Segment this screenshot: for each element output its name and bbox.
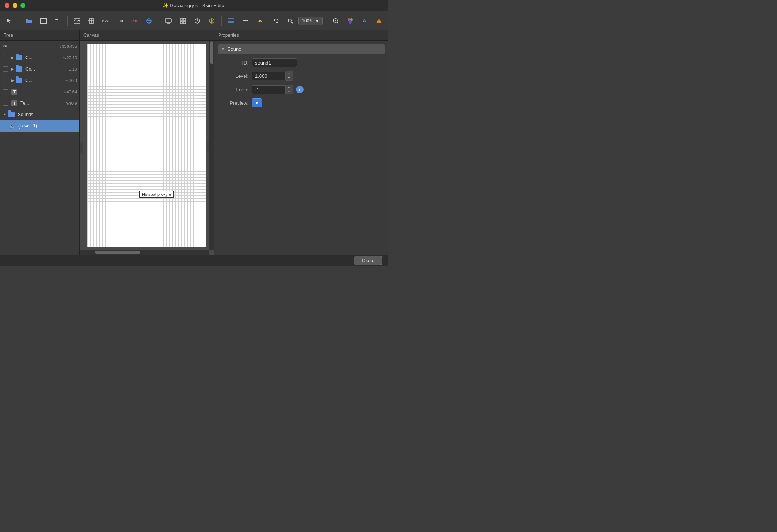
chevron-down-icon: ▼ <box>315 18 319 24</box>
tree-area[interactable]: 👁 ↘336,435 ▶ C... ↖20,10 ▶ Co... ↑0,10 <box>0 41 79 255</box>
tree-item-t1[interactable]: T T... ↘40,64 <box>0 86 79 98</box>
canvas-container[interactable]: Hotspot proxy e <box>80 41 214 255</box>
close-button[interactable]: Close <box>354 256 382 265</box>
loop-spin-buttons: ▲ ▼ <box>286 85 293 94</box>
statusbar: Close <box>0 255 388 266</box>
tree-item-coord-co1: ↑0,10 <box>67 67 79 71</box>
window-controls <box>5 3 25 8</box>
close-window-button[interactable] <box>5 3 9 8</box>
level-spinbox: ▲ ▼ <box>252 71 293 81</box>
tree-item-eye[interactable]: 👁 ↘336,435 <box>0 41 79 52</box>
expand-arrow-c2[interactable]: ▶ <box>11 79 14 82</box>
lottie-tool-button[interactable]: Lot <box>114 14 127 28</box>
loop-info-button[interactable]: i <box>296 86 304 93</box>
bitmap-tool-button[interactable] <box>71 14 83 28</box>
tree-item-c1[interactable]: ▶ C... ↖20,10 <box>0 52 79 63</box>
tree-item-checkbox-c1[interactable] <box>3 55 8 60</box>
loop-spin-up[interactable]: ▲ <box>286 85 293 90</box>
tree-item-coord-c1: ↖20,10 <box>63 55 79 60</box>
scrollbar-thumb-vertical[interactable] <box>210 41 213 64</box>
expand-arrow-c1[interactable]: ▶ <box>11 56 14 60</box>
web-tool-button[interactable] <box>143 14 156 28</box>
toolbar-separator-5 <box>326 16 326 26</box>
scrollbar-vertical[interactable] <box>209 41 214 250</box>
zoom-dropdown[interactable]: 100% ▼ <box>298 17 323 25</box>
sound-section-header[interactable]: ▼ Sound <box>218 44 385 54</box>
canvas-right-handle[interactable] <box>206 142 209 153</box>
level-spin-up[interactable]: ▲ <box>286 71 293 76</box>
tree-item-sound1[interactable]: 🔈 (Level: 1) <box>0 120 79 132</box>
hotspot-proxy-label: Hotspot proxy e <box>139 191 174 198</box>
level-spin-down[interactable]: ▼ <box>286 76 293 80</box>
magnify-button[interactable] <box>329 14 342 28</box>
properties-content: ▼ Sound ID: Level: ▲ ▼ <box>214 41 388 255</box>
toolbar-separator-3 <box>159 16 159 26</box>
svg-line-4 <box>76 20 78 21</box>
color-button[interactable] <box>344 14 357 28</box>
loop-row: Loop: ▲ ▼ i <box>218 85 385 94</box>
tree-item-te1[interactable]: T Te... ↘40,9 <box>0 98 79 109</box>
svg-tool-button[interactable]: SVG <box>99 14 112 28</box>
tree-item-c2[interactable]: ▶ C... ←30,0 <box>0 75 79 86</box>
tree-item-checkbox-co1[interactable] <box>3 66 8 72</box>
tree-item-checkbox-c2[interactable] <box>3 78 8 83</box>
loop-input[interactable] <box>252 85 286 94</box>
id-label: ID: <box>218 60 249 66</box>
screen-tool-button[interactable] <box>162 14 175 28</box>
search-button[interactable] <box>284 14 297 28</box>
scrollbar-thumb-horizontal[interactable] <box>95 251 140 254</box>
text-tool-button[interactable]: T <box>51 14 64 28</box>
compass-tool-button[interactable] <box>205 14 218 28</box>
maximize-window-button[interactable] <box>20 3 25 8</box>
grid-canvas[interactable]: Hotspot proxy e <box>87 44 206 247</box>
minus-tool-button[interactable] <box>239 14 252 28</box>
expand-arrow-co1[interactable]: ▶ <box>11 67 14 71</box>
open-tool-button[interactable] <box>22 14 35 28</box>
js-tool-button[interactable]: JS <box>253 14 266 28</box>
sidebar: Tree 👁 ↘336,435 ▶ C... ↖20,10 ▶ Co <box>0 30 80 255</box>
warning-button[interactable]: ! <box>373 14 385 28</box>
svg-marker-38 <box>256 101 258 104</box>
grid-tool-button[interactable] <box>176 14 189 28</box>
loop-spin-down[interactable]: ▼ <box>286 90 293 94</box>
canvas-left-handle[interactable] <box>80 142 83 153</box>
undo-button[interactable] <box>269 14 282 28</box>
svg-point-27 <box>288 19 291 22</box>
pdf-tool-button[interactable]: PDF <box>128 14 141 28</box>
preview-label: Preview: <box>218 100 249 106</box>
select-tool-button[interactable] <box>3 14 16 28</box>
translate-button[interactable]: A <box>358 14 371 28</box>
toolbar-separator-1 <box>19 16 19 26</box>
level-input[interactable] <box>252 72 286 80</box>
play-icon <box>255 101 259 105</box>
svg-line-30 <box>337 22 338 23</box>
minimize-window-button[interactable] <box>13 3 17 8</box>
tree-item-checkbox-te1[interactable] <box>3 101 8 106</box>
tree-item-label-t1: T... <box>20 89 61 94</box>
preview-row: Preview: <box>218 98 385 107</box>
tree-item-checkbox-t1[interactable] <box>3 89 8 94</box>
expand-arrow-sounds[interactable]: ▼ <box>3 113 6 116</box>
eye-icon: 👁 <box>3 44 8 49</box>
canvas-header: Canvas <box>80 30 214 41</box>
id-input[interactable] <box>252 58 297 67</box>
svg-text:T: T <box>55 18 58 24</box>
properties-header: Properties <box>214 30 388 41</box>
preview-play-button[interactable] <box>252 98 262 107</box>
sound-icon: 🔈 <box>9 123 15 129</box>
window-title: ✨ Garaaz.ggsk - Skin Editor <box>162 3 226 8</box>
loop-spinbox: ▲ ▼ <box>252 85 293 94</box>
hotspot-tool-button[interactable] <box>85 14 98 28</box>
tree-item-co1[interactable]: ▶ Co... ↑0,10 <box>0 63 79 75</box>
folder-icon-sounds <box>8 112 15 117</box>
rectangle-tool-button[interactable] <box>37 14 50 28</box>
clock-tool-button[interactable] <box>191 14 204 28</box>
svg-rect-15 <box>180 18 182 20</box>
scrollbar-horizontal[interactable] <box>80 250 209 255</box>
titlebar: ✨ Garaaz.ggsk - Skin Editor <box>0 0 388 11</box>
display-tool-button[interactable] <box>225 14 238 28</box>
tree-item-label-sounds: Sounds <box>18 112 79 117</box>
svg-point-35 <box>349 20 352 24</box>
svg-rect-13 <box>165 19 171 22</box>
tree-item-sounds[interactable]: ▼ Sounds <box>0 109 79 120</box>
